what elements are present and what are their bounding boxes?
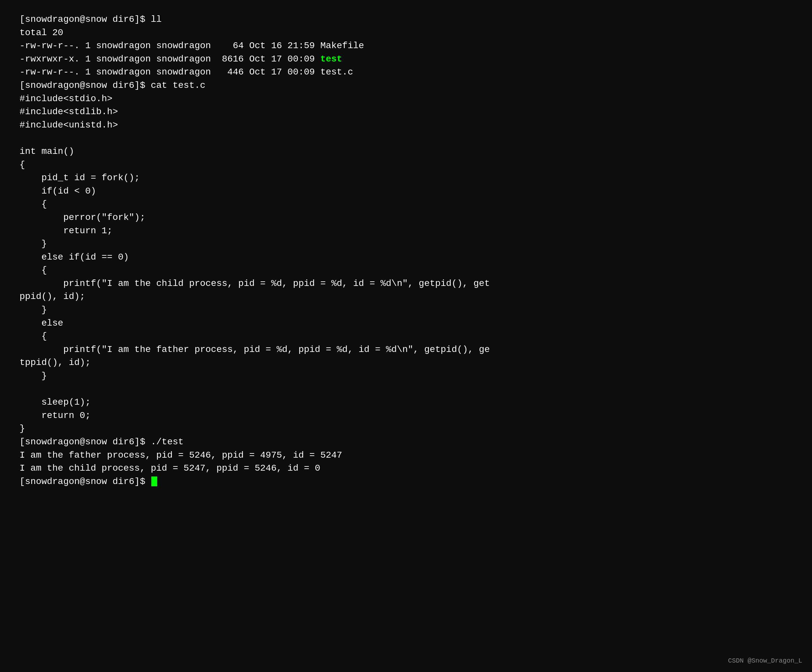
line-brace-close2: } [20,303,792,317]
cursor-block [151,476,157,486]
line-brace-close1: } [20,237,792,251]
line-brace-open2: { [20,198,792,211]
file2-pre: -rwxrwxr-x. 1 snowdragon snowdragon 8616… [20,54,320,64]
line-child-output: I am the child process, pid = 5247, ppid… [20,462,792,475]
line-fork: pid_t id = fork(); [20,172,792,185]
line-if: if(id < 0) [20,185,792,198]
line-brace-close3: } [20,369,792,383]
line-total: total 20 [20,26,792,40]
line-sleep: sleep(1); [20,396,792,409]
line-file2: -rwxrwxr-x. 1 snowdragon snowdragon 8616… [20,53,792,66]
line-brace-open4: { [20,330,792,343]
line-file1: -rw-rw-r--. 1 snowdragon snowdragon 64 O… [20,39,792,53]
line-blank1 [20,132,792,145]
line-blank2 [20,383,792,396]
line-perror: perror("fork"); [20,211,792,225]
line-brace-open3: { [20,264,792,277]
line-include1: #include<stdio.h> [20,92,792,106]
line-ppid-child: ppid(), id); [20,290,792,303]
line-father-output: I am the father process, pid = 5246, ppi… [20,449,792,462]
file2-green: test [320,54,342,64]
line-else: else [20,317,792,330]
line-brace-open1: { [20,158,792,172]
line-prompt3: [snowdragon@snow dir6]$ ./test [20,436,792,449]
line-return0: return 0; [20,409,792,422]
line-tppid-father: tppid(), id); [20,356,792,369]
line-brace-close-main: } [20,422,792,436]
line-include3: #include<unistd.h> [20,119,792,132]
line-printf-child: printf("I am the child process, pid = %d… [20,277,792,291]
line-main-decl: int main() [20,145,792,158]
terminal-window: [snowdragon@snow dir6]$ ll total 20 -rw-… [10,7,802,672]
line-printf-father: printf("I am the father process, pid = %… [20,343,792,357]
line-file3: -rw-rw-r--. 1 snowdragon snowdragon 446 … [20,66,792,79]
watermark: CSDN @Snow_Dragon_L [728,656,802,665]
line-else-if: else if(id == 0) [20,251,792,264]
prompt4-text: [snowdragon@snow dir6]$ [20,476,151,487]
line-return1: return 1; [20,225,792,238]
line-prompt1: [snowdragon@snow dir6]$ ll [20,13,792,26]
line-include2: #include<stdlib.h> [20,105,792,119]
line-prompt2: [snowdragon@snow dir6]$ cat test.c [20,79,792,92]
line-prompt4: [snowdragon@snow dir6]$ [20,475,792,488]
